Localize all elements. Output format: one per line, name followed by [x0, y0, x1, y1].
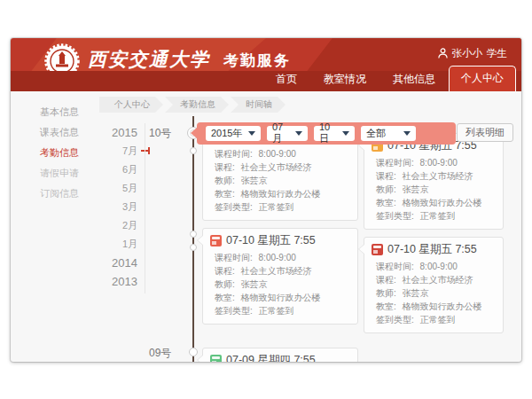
field-value: 8:00-9:00: [420, 158, 458, 168]
top-nav: 首页教室情况其他信息个人中心: [11, 71, 521, 91]
field-label: 课程时间:: [215, 253, 253, 262]
card-field: 签到类型: 正常签到: [210, 304, 350, 317]
nav-tab[interactable]: 首页: [262, 68, 310, 91]
attendance-card[interactable]: 07-09 星期四 7:55: [202, 348, 358, 362]
card-title: 07-10 星期五 7:55: [387, 242, 477, 257]
timeline-nav: 20157月6月5月3月2月1月20142013: [95, 123, 137, 291]
breadcrumb-item[interactable]: 个人中心: [99, 97, 163, 113]
screenshot-canvas: 西安交通大学 XI'AN JIAO TONG UNIVERSITY 考勤服务 张…: [0, 0, 532, 399]
field-value: 格物致知行政办公楼: [403, 198, 482, 207]
timeline-node: [190, 231, 197, 238]
card-field: 教室: 格物致知行政办公楼: [210, 291, 350, 304]
sidebar-item[interactable]: 基本信息: [11, 102, 110, 122]
card-field: 教师: 张芸京: [372, 286, 496, 300]
field-value: 格物致知行政办公楼: [241, 189, 321, 199]
field-value: 社会主义市场经济: [403, 171, 473, 181]
timeline-node: [190, 244, 197, 251]
timeline-day-label: 10号: [149, 126, 188, 141]
timeline-nav-item[interactable]: 5月: [95, 179, 137, 198]
user-info[interactable]: 张小小 学生: [438, 47, 508, 60]
breadcrumb-item[interactable]: 时间轴: [231, 97, 286, 113]
card-title: 07-09 星期四 7:55: [226, 353, 316, 362]
field-label: 课程时间:: [376, 158, 414, 168]
field-value: 正常签到: [420, 315, 456, 325]
timeline-nav-item[interactable]: 3月: [95, 198, 137, 216]
field-label: 教室:: [376, 198, 396, 207]
field-label: 签到类型:: [376, 211, 414, 221]
card-field: 课程时间: 8:00-9:00: [210, 251, 350, 264]
timeline-nav-item[interactable]: 1月: [95, 235, 137, 254]
type-select[interactable]: 全部: [361, 126, 416, 141]
card-field: 课程: 社会主义市场经济: [210, 264, 350, 278]
attendance-status-icon: [372, 244, 383, 255]
timeline-nav-item[interactable]: 2015: [95, 123, 137, 142]
day-select-value: 10日: [319, 121, 337, 145]
card-field: 教师: 张芸京: [372, 183, 496, 196]
chevron-down-icon: [295, 131, 302, 136]
field-label: 课程:: [376, 171, 396, 181]
field-label: 课程时间:: [376, 262, 414, 271]
field-value: 张芸京: [403, 184, 429, 194]
nav-tab[interactable]: 个人中心: [449, 66, 516, 91]
app-window: 西安交通大学 XI'AN JIAO TONG UNIVERSITY 考勤服务 张…: [11, 38, 521, 362]
attendance-card[interactable]: 课程时间: 8:00-9:00 课程: 社会主义市场经济 教师: 张芸京 教室:…: [202, 133, 358, 221]
field-label: 教师:: [376, 184, 396, 194]
field-value: 8:00-9:00: [259, 149, 296, 159]
attendance-status-icon: [210, 235, 222, 246]
month-select-value: 07月: [272, 121, 290, 145]
user-role: 学生: [487, 47, 507, 60]
type-select-value: 全部: [366, 127, 386, 140]
chevron-down-icon: [248, 131, 255, 136]
card-field: 课程时间: 8:00-9:00: [372, 156, 496, 169]
field-value: 8:00-9:00: [420, 262, 458, 271]
timeline-card-column-left: 课程时间: 8:00-9:00 课程: 社会主义市场经济 教师: 张芸京 教室:…: [202, 133, 358, 362]
field-value: 社会主义市场经济: [241, 162, 312, 172]
field-value: 正常签到: [259, 306, 294, 316]
field-label: 课程时间:: [215, 149, 253, 159]
field-label: 签到类型:: [376, 315, 414, 325]
timeline-nav-item[interactable]: 7月: [95, 142, 137, 160]
timeline-nav-item[interactable]: 2013: [95, 272, 137, 291]
attendance-card[interactable]: 07-10 星期五 7:55 课程时间: 8:00-9:00 课程: 社会主义市…: [364, 133, 504, 230]
breadcrumb-item[interactable]: 考勤信息: [165, 97, 229, 113]
timeline-nav-item[interactable]: 2014: [95, 254, 137, 272]
day-select[interactable]: 10日: [314, 126, 355, 141]
attendance-status-icon: [210, 355, 222, 362]
app-header: 西安交通大学 XI'AN JIAO TONG UNIVERSITY 考勤服务 张…: [11, 38, 521, 91]
field-value: 正常签到: [420, 211, 456, 221]
attendance-card[interactable]: 07-10 星期五 7:55 课程时间: 8:00-9:00 课程: 社会主义市…: [364, 237, 504, 333]
nav-tab[interactable]: 教室情况: [310, 68, 379, 91]
card-header: 07-10 星期五 7:55: [372, 242, 496, 257]
nav-tab[interactable]: 其他信息: [379, 68, 449, 91]
person-icon: [438, 48, 448, 60]
field-label: 签到类型:: [215, 306, 253, 316]
year-select-value: 2015年: [211, 127, 242, 140]
field-label: 教师:: [376, 288, 396, 298]
field-value: 8:00-9:00: [259, 253, 296, 262]
timeline-nav-divider: [145, 123, 145, 293]
card-field: 课程: 社会主义市场经济: [372, 273, 496, 286]
chevron-down-icon: [403, 131, 411, 136]
attendance-card[interactable]: 07-10 星期五 7:55 课程时间: 8:00-9:00 课程: 社会主义市…: [202, 228, 358, 325]
field-label: 教室:: [215, 189, 235, 199]
field-label: 课程:: [215, 162, 235, 172]
card-field: 教师: 张芸京: [210, 278, 350, 291]
field-value: 格物致知行政办公楼: [241, 293, 321, 302]
breadcrumb: 个人中心考勤信息时间轴: [99, 97, 287, 113]
field-value: 正常签到: [259, 202, 294, 212]
chevron-down-icon: [342, 131, 349, 136]
month-select[interactable]: 07月: [267, 126, 308, 141]
field-value: 社会主义市场经济: [403, 275, 473, 285]
university-name-cn: 西安交通大学: [88, 50, 210, 68]
timeline-nav-item[interactable]: 2月: [95, 216, 137, 235]
field-value: 社会主义市场经济: [241, 266, 312, 276]
field-value: 张芸京: [403, 288, 429, 298]
field-value: 张芸京: [241, 279, 268, 289]
year-select[interactable]: 2015年: [206, 126, 261, 141]
field-value: 格物致知行政办公楼: [403, 301, 482, 311]
timeline-nav-item[interactable]: 6月: [95, 160, 137, 179]
list-detail-button[interactable]: 列表明细: [457, 123, 513, 142]
field-value: 张芸京: [241, 176, 268, 185]
card-field: 签到类型: 正常签到: [372, 313, 496, 326]
timeline-day-label: 09号: [149, 346, 188, 361]
